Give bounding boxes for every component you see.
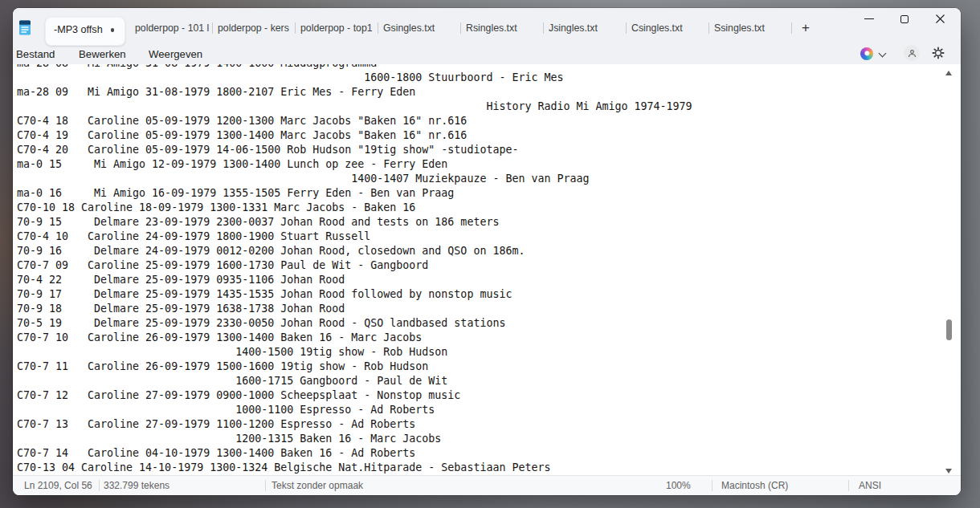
- tab-polderpop-101[interactable]: polderpop - 101 l: [130, 22, 212, 34]
- menu-weergeven[interactable]: Weergeven: [149, 46, 202, 64]
- scroll-up-arrow-icon[interactable]: [945, 71, 952, 75]
- tab-active-mp3-offshore[interactable]: -MP3 offsh: [45, 17, 125, 46]
- zoom-level[interactable]: 100%: [666, 476, 691, 495]
- chevron-down-icon[interactable]: [879, 50, 887, 58]
- title-bar: -MP3 offsh polderpop - 101 l polderpop -…: [13, 8, 961, 64]
- close-icon: [936, 14, 945, 23]
- char-count: 332.799 tekens: [104, 476, 169, 495]
- copilot-icon[interactable]: [860, 47, 873, 60]
- document-text: ma-28 08 Mi Amigo 31-08-1979 1400-1600 M…: [17, 64, 692, 475]
- menu-bewerken[interactable]: Bewerken: [79, 46, 126, 64]
- tab-polderpop-top1[interactable]: polderpop - top1: [296, 22, 378, 34]
- maximize-icon: [900, 15, 909, 23]
- new-tab-button[interactable]: +: [792, 20, 819, 36]
- encoding[interactable]: ANSI: [859, 476, 881, 495]
- scroll-down-arrow-icon[interactable]: [945, 469, 952, 473]
- unsaved-dot-icon: [111, 28, 115, 32]
- tab-csingles[interactable]: Csingles.txt: [627, 22, 708, 34]
- settings-gear-icon[interactable]: [931, 46, 945, 60]
- notepad-window: -MP3 offsh polderpop - 101 l polderpop -…: [13, 8, 961, 495]
- minimize-button[interactable]: [851, 8, 887, 30]
- tab-polderpop-kers[interactable]: polderpop - kers: [213, 22, 295, 34]
- cursor-position: Ln 2109, Col 56: [24, 476, 92, 495]
- account-button[interactable]: [904, 45, 920, 61]
- person-icon: [908, 49, 917, 58]
- close-button[interactable]: [922, 8, 958, 30]
- minimize-icon: [864, 18, 874, 19]
- tab-ssingles[interactable]: Ssingles.txt: [709, 22, 791, 34]
- text-editor-area[interactable]: ma-28 08 Mi Amigo 31-08-1979 1400-1600 M…: [13, 64, 961, 475]
- scrollbar-thumb[interactable]: [946, 319, 952, 340]
- tab-rsingles[interactable]: Rsingles.txt: [461, 22, 543, 34]
- tab-gsingles[interactable]: Gsingles.txt: [378, 22, 460, 34]
- tab-strip: polderpop - 101 l polderpop - kers polde…: [130, 14, 819, 43]
- line-ending[interactable]: Macintosh (CR): [721, 476, 788, 495]
- format-label: Tekst zonder opmaak: [272, 476, 363, 495]
- status-bar: Ln 2109, Col 56 332.799 tekens Tekst zon…: [13, 475, 961, 495]
- maximize-button[interactable]: [887, 8, 922, 30]
- notepad-app-icon: [18, 19, 32, 36]
- menu-bestand[interactable]: Bestand: [16, 46, 55, 64]
- window-controls: [851, 8, 958, 30]
- tab-jsingles[interactable]: Jsingles.txt: [544, 22, 626, 34]
- menu-bar: Bestand Bewerken Weergeven: [13, 46, 961, 64]
